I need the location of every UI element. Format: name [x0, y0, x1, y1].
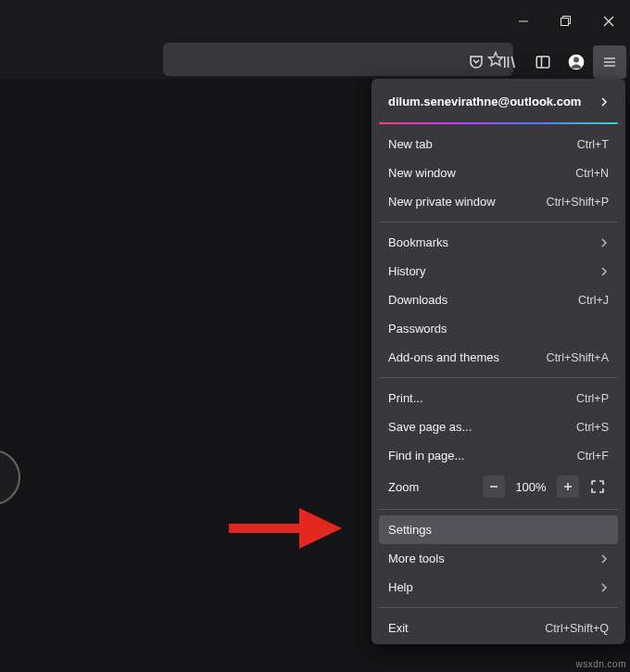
svg-point-12 [573, 57, 579, 63]
menu-label: Exit [388, 621, 545, 635]
sidebar-icon[interactable] [526, 45, 560, 79]
menu-label: History [388, 264, 599, 278]
menu-shortcut: Ctrl+N [575, 167, 609, 180]
menu-exit[interactable]: Exit Ctrl+Shift+Q [379, 614, 618, 642]
menu-label: New private window [388, 195, 547, 209]
chevron-right-icon [599, 554, 609, 564]
pocket-icon[interactable] [460, 45, 493, 79]
menu-passwords[interactable]: Passwords [379, 314, 618, 343]
menu-more-tools[interactable]: More tools [379, 544, 618, 573]
fullscreen-button[interactable] [586, 475, 609, 498]
arrow-shaft [229, 524, 299, 533]
menu-settings[interactable]: Settings [379, 515, 618, 544]
arrow-head-icon [299, 508, 342, 549]
menu-label: New window [388, 166, 575, 180]
menu-shortcut: Ctrl+T [577, 138, 609, 151]
menu-help[interactable]: Help [379, 573, 618, 602]
menu-new-tab[interactable]: New tab Ctrl+T [379, 130, 618, 158]
menu-shortcut: Ctrl+Shift+A [547, 351, 609, 364]
svg-rect-2 [561, 19, 569, 26]
close-button[interactable] [587, 11, 630, 32]
menu-separator [379, 607, 618, 608]
library-icon[interactable] [493, 45, 526, 79]
menu-print[interactable]: Print... Ctrl+P [379, 384, 618, 412]
menu-label: Add-ons and themes [388, 350, 547, 364]
menu-shortcut: Ctrl+S [576, 421, 609, 434]
menu-history[interactable]: History [379, 257, 618, 285]
menu-addons[interactable]: Add-ons and themes Ctrl+Shift+A [379, 343, 618, 372]
toolbar-right-icons [460, 45, 626, 79]
zoom-label: Zoom [388, 480, 475, 494]
chevron-right-icon [599, 97, 609, 107]
menu-find[interactable]: Find in page... Ctrl+F [379, 441, 618, 470]
account-email: dilum.senevirathne@outlook.com [388, 95, 581, 108]
account-icon[interactable] [560, 45, 593, 79]
menu-shortcut: Ctrl+F [577, 450, 609, 463]
minimize-button[interactable] [502, 11, 545, 32]
chevron-right-icon [599, 583, 609, 592]
menu-label: Settings [388, 523, 609, 537]
account-row[interactable]: dilum.senevirathne@outlook.com [379, 86, 618, 117]
app-menu: dilum.senevirathne@outlook.com New tab C… [372, 79, 625, 644]
menu-label: More tools [388, 552, 599, 565]
account-gradient-divider [379, 122, 618, 124]
window-controls [502, 11, 630, 32]
svg-line-8 [511, 57, 514, 68]
menu-separator [379, 509, 618, 510]
menu-label: Bookmarks [388, 235, 599, 249]
menu-label: Downloads [388, 293, 578, 307]
menu-label: Passwords [388, 322, 609, 336]
chevron-right-icon [599, 238, 609, 247]
zoom-out-button[interactable] [483, 475, 505, 498]
menu-new-private-window[interactable]: New private window Ctrl+Shift+P [379, 187, 618, 216]
menu-label: Find in page... [388, 449, 577, 463]
zoom-value: 100% [512, 480, 549, 494]
menu-shortcut: Ctrl+Shift+P [547, 196, 609, 209]
menu-separator [379, 377, 618, 378]
zoom-in-button[interactable] [557, 475, 579, 498]
menu-bookmarks[interactable]: Bookmarks [379, 228, 618, 257]
menu-label: New tab [388, 137, 577, 151]
menu-label: Print... [388, 391, 576, 405]
menu-shortcut: Ctrl+Shift+Q [545, 622, 609, 635]
svg-rect-9 [536, 57, 549, 68]
annotation-arrow [229, 508, 342, 549]
maximize-button[interactable] [545, 11, 587, 32]
chevron-right-icon [599, 267, 609, 276]
watermark-text: wsxdn.com [575, 659, 626, 669]
hamburger-menu-button[interactable] [593, 45, 626, 79]
menu-zoom: Zoom 100% [379, 470, 618, 503]
menu-new-window[interactable]: New window Ctrl+N [379, 158, 618, 187]
menu-separator [379, 222, 618, 222]
menu-shortcut: Ctrl+J [578, 294, 609, 307]
menu-label: Help [388, 580, 599, 594]
menu-save-page[interactable]: Save page as... Ctrl+S [379, 412, 618, 441]
titlebar [0, 0, 630, 40]
menu-label: Save page as... [388, 420, 576, 434]
menu-downloads[interactable]: Downloads Ctrl+J [379, 285, 618, 314]
nav-handle[interactable] [0, 450, 20, 505]
menu-shortcut: Ctrl+P [576, 392, 609, 405]
